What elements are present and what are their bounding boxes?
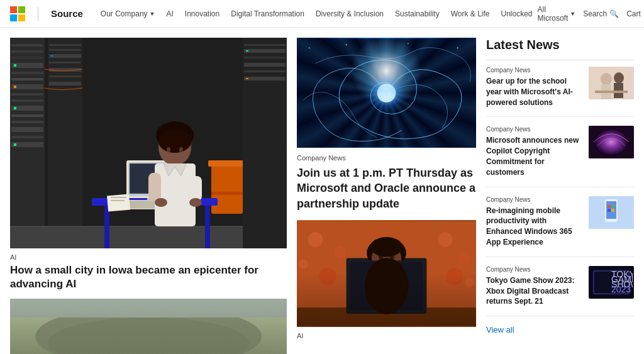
svg-rect-11 <box>11 93 43 96</box>
svg-rect-122 <box>611 205 614 208</box>
main-nav: Our Company ▼ AI Innovation Digital Tran… <box>96 7 538 21</box>
svg-rect-6 <box>14 64 16 67</box>
nav-unlocked[interactable]: Unlocked <box>496 7 538 21</box>
svg-rect-121 <box>608 205 611 208</box>
svg-point-92 <box>298 259 308 269</box>
news-item-3-category: Company News <box>486 196 584 203</box>
svg-point-79 <box>370 54 371 55</box>
nav-ai[interactable]: AI <box>161 7 178 21</box>
svg-rect-14 <box>14 107 16 109</box>
logo-green <box>18 6 25 13</box>
svg-rect-123 <box>608 209 611 212</box>
hero-image-svg: ▊▊▊ <box>10 38 287 248</box>
news-item-4-category: Company News <box>486 266 584 273</box>
news-item-1[interactable]: Company News Gear up for the school year… <box>486 67 634 117</box>
svg-rect-108 <box>350 262 423 310</box>
news-item-4[interactable]: Company News Tokyo Game Show 2023: Xbox … <box>486 266 634 316</box>
middle-top-image[interactable] <box>297 38 476 148</box>
svg-rect-67 <box>244 70 286 72</box>
cart-button[interactable]: Cart 🛒 <box>626 9 644 18</box>
microsoft-logo <box>10 6 25 21</box>
svg-rect-23 <box>49 49 81 51</box>
svg-point-77 <box>328 57 328 58</box>
svg-rect-26 <box>49 62 81 64</box>
logo-red <box>10 6 17 13</box>
svg-point-81 <box>439 51 440 52</box>
svg-rect-106 <box>365 269 408 287</box>
header-right: All Microsoft ▼ Search 🔍 Cart 🛒 <box>538 5 644 23</box>
svg-rect-68 <box>244 77 286 80</box>
news-item-3[interactable]: Company News Re-imagining mobile product… <box>486 196 634 257</box>
nav-digital-transformation[interactable]: Digital Transformation <box>226 7 309 21</box>
svg-rect-71 <box>10 299 287 354</box>
middle-bottom-svg <box>297 220 476 327</box>
chevron-down-icon: ▼ <box>150 11 155 17</box>
svg-point-78 <box>346 44 347 45</box>
svg-point-82 <box>457 47 458 48</box>
news-item-3-text: Company News Re-imagining mobile product… <box>486 196 584 248</box>
svg-rect-18 <box>11 136 43 138</box>
svg-rect-60 <box>111 200 125 201</box>
svg-point-57 <box>179 147 183 152</box>
news-item-2[interactable]: Company News Microsoft announces new Cop… <box>486 126 634 187</box>
header-divider <box>38 7 38 21</box>
middle-bottom-image[interactable] <box>297 220 476 327</box>
news-item-1-headline: Gear up for the school year with Microso… <box>486 76 584 108</box>
logo-area[interactable]: Source <box>10 6 88 21</box>
svg-rect-22 <box>49 44 81 46</box>
svg-rect-31 <box>211 163 243 214</box>
all-microsoft-menu[interactable]: All Microsoft ▼ <box>538 5 576 23</box>
header: Source Our Company ▼ AI Innovation Digit… <box>0 0 644 28</box>
svg-point-93 <box>319 268 336 285</box>
svg-rect-98 <box>297 307 476 326</box>
svg-rect-38 <box>205 206 210 248</box>
svg-rect-4 <box>11 57 43 59</box>
svg-point-90 <box>308 232 323 247</box>
svg-point-84 <box>464 69 464 70</box>
nav-our-company[interactable]: Our Company ▼ <box>96 7 160 21</box>
middle-top-title[interactable]: Join us at 1 p.m. PT Thursday as Microso… <box>297 165 476 211</box>
svg-point-94 <box>438 232 453 247</box>
second-article-image[interactable] <box>10 299 287 354</box>
nav-sustainability[interactable]: Sustainability <box>390 7 445 21</box>
nav-work-life[interactable]: Work & Life <box>446 7 495 21</box>
svg-rect-65 <box>244 57 286 58</box>
svg-point-76 <box>309 47 310 48</box>
svg-rect-37 <box>104 206 109 248</box>
middle-column: Company News Join us at 1 p.m. PT Thursd… <box>297 38 476 354</box>
news-item-2-thumbnail <box>589 126 634 158</box>
svg-point-73 <box>48 318 249 354</box>
svg-rect-64 <box>246 50 248 52</box>
middle-top-svg <box>297 38 476 148</box>
view-all-link[interactable]: View all <box>486 325 634 335</box>
svg-rect-24 <box>49 54 81 58</box>
svg-rect-61 <box>243 38 287 248</box>
svg-point-80 <box>408 43 409 44</box>
svg-rect-49 <box>189 176 202 201</box>
svg-point-97 <box>446 268 464 285</box>
hero-tag: AI <box>10 253 287 261</box>
svg-point-91 <box>334 246 347 258</box>
news-item-1-thumbnail <box>589 67 634 99</box>
svg-text:2023: 2023 <box>611 284 631 294</box>
news-item-1-category: Company News <box>486 67 584 74</box>
svg-rect-7 <box>11 72 43 74</box>
svg-rect-58 <box>107 194 130 211</box>
svg-rect-66 <box>244 63 286 67</box>
svg-rect-48 <box>148 173 161 201</box>
news-item-1-text: Company News Gear up for the school year… <box>486 67 584 108</box>
svg-rect-10 <box>14 86 16 88</box>
nav-diversity[interactable]: Diversity & Inclusion <box>311 7 389 21</box>
search-button[interactable]: Search 🔍 <box>583 9 619 18</box>
hero-title[interactable]: How a small city in Iowa became an epice… <box>10 263 287 291</box>
svg-rect-17 <box>11 127 43 132</box>
nav-innovation[interactable]: Innovation <box>180 7 225 21</box>
news-item-4-headline: Tokyo Game Show 2023: Xbox Digital Broad… <box>486 275 584 307</box>
news-item-3-headline: Re-imagining mobile productivity with En… <box>486 206 584 248</box>
svg-rect-12 <box>11 99 43 102</box>
svg-rect-75 <box>297 39 476 147</box>
svg-point-96 <box>465 278 475 288</box>
news-item-2-headline: Microsoft announces new Copilot Copyrigh… <box>486 135 584 177</box>
search-icon: 🔍 <box>609 9 619 18</box>
svg-point-85 <box>362 69 411 118</box>
